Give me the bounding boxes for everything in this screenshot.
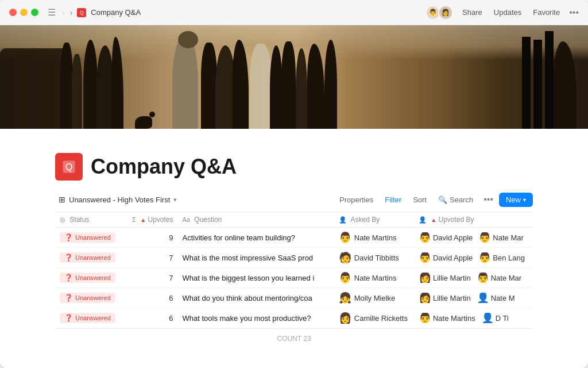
upvoted-avatar: 👨	[478, 232, 491, 243]
search-button[interactable]: 🔍 Search	[434, 193, 478, 206]
asked-by-cell: 👨Nate Martins	[334, 228, 414, 248]
count-bar: COUNT 23	[55, 328, 533, 348]
status-cell: ❓Unanswered	[55, 308, 127, 328]
close-button[interactable]	[9, 9, 17, 16]
asked-by-name: David Tibbitts	[354, 254, 399, 262]
new-button[interactable]: New ▾	[499, 193, 533, 207]
upvoted-avatar: 👤	[477, 293, 489, 303]
view-chevron-icon: ▾	[173, 196, 177, 204]
table-row[interactable]: ❓Unanswered6What tools make you most pro…	[55, 308, 533, 328]
asked-by-name: Molly Mielke	[354, 294, 396, 302]
upvoted-by-list: 👩Lillie Martin👤Nate M	[419, 293, 528, 303]
question-column-header: Aa Question	[178, 212, 334, 228]
question-icon: ❓	[64, 254, 73, 262]
filter-button[interactable]: Filter	[380, 193, 406, 206]
upvote-number: 7	[169, 254, 173, 262]
status-badge: ❓Unanswered	[60, 232, 115, 243]
properties-button[interactable]: Properties	[335, 193, 378, 206]
upvoted-person: 👩Lillie Martin	[419, 293, 471, 303]
new-label: New	[506, 195, 521, 204]
table-row[interactable]: ❓Unanswered9Activities for online team b…	[55, 228, 533, 248]
question-cell[interactable]: What tools make you most productive?	[178, 308, 334, 328]
back-button[interactable]: ‹	[63, 8, 65, 17]
asked-by-col-icon: 👤	[339, 216, 347, 223]
minimize-button[interactable]	[20, 9, 28, 16]
upvoted-name: David Apple	[433, 254, 473, 262]
status-cell: ❓Unanswered	[55, 248, 127, 268]
upvoted-avatar: 👨	[419, 252, 431, 263]
upvoted-person: 👤Nate M	[477, 293, 515, 303]
forward-button[interactable]: ›	[70, 8, 73, 17]
view-selector[interactable]: ⊞ Unanswered - High Votes First ▾	[55, 193, 180, 206]
upvote-number: 7	[169, 274, 173, 282]
upvoted-by-list: 👩Lillie Martin👨Nate Mar	[419, 273, 528, 283]
count-label: COUNT	[277, 335, 301, 343]
status-cell: ❓Unanswered	[55, 268, 127, 288]
favorite-button[interactable]: Favorite	[531, 7, 562, 18]
search-label: Search	[450, 195, 473, 204]
asked-by-column-header: 👤 Asked By	[334, 212, 414, 228]
asked-by-avatar: 👨	[339, 273, 351, 283]
asked-by-name: Nate Martins	[354, 274, 397, 282]
share-button[interactable]: Share	[460, 7, 485, 18]
filter-label: Filter	[385, 195, 401, 204]
question-cell[interactable]: What do you think about mentoring/coa	[178, 288, 334, 308]
new-chevron-icon: ▾	[523, 197, 526, 203]
main-content: Q Company Q&A ⊞ Unanswered - High Votes …	[0, 129, 588, 348]
questions-table: ◎ Status Σ ▲ Upvotes Aa Question 👤 As	[55, 212, 533, 328]
upvoted-avatar: 👤	[481, 313, 494, 323]
table-row[interactable]: ❓Unanswered6What do you think about ment…	[55, 288, 533, 308]
page-icon-small: Q	[77, 8, 86, 17]
upvoted-avatar: 👨	[477, 273, 489, 283]
upvoted-person: 👨Nate Mar	[477, 273, 521, 283]
upvoted-by-cell: 👨Nate Martins👤D Ti	[414, 308, 533, 328]
upvoted-name: D Ti	[496, 314, 509, 323]
asked-by-avatar: 👧	[339, 293, 351, 303]
upvotes-col-icon: Σ	[132, 216, 136, 223]
question-text: What is the most impressive SaaS prod	[183, 254, 314, 262]
traffic-lights	[9, 9, 38, 16]
question-cell[interactable]: Activities for online team building?	[178, 228, 334, 248]
upvoted-by-cell: 👨David Apple👨Nate Mar	[414, 228, 533, 248]
more-options-button[interactable]: •••	[569, 7, 579, 18]
table-row[interactable]: ❓Unanswered7What is the biggest lesson y…	[55, 268, 533, 288]
hamburger-icon[interactable]: ☰	[48, 7, 56, 18]
question-cell[interactable]: What is the biggest lesson you learned i	[178, 268, 334, 288]
upvotes-cell: 6	[127, 288, 177, 308]
maximize-button[interactable]	[31, 9, 38, 16]
cover-image	[0, 25, 588, 129]
upvotes-column-header: Σ ▲ Upvotes	[127, 212, 177, 228]
table-header: ◎ Status Σ ▲ Upvotes Aa Question 👤 As	[55, 212, 533, 228]
upvoted-by-cell: 👨David Apple👨Ben Lang	[414, 248, 533, 268]
question-text: Activities for online team building?	[183, 233, 296, 242]
upvoted-by-cell: 👩Lillie Martin👨Nate Mar	[414, 268, 533, 288]
title-bar: ☰ ‹ › Q Company Q&A 👨 👩 Share Updates Fa…	[0, 0, 588, 25]
question-cell[interactable]: What is the most impressive SaaS prod	[178, 248, 334, 268]
upvoted-by-cell: 👩Lillie Martin👤Nate M	[414, 288, 533, 308]
asked-by-avatar: 👨	[339, 232, 351, 243]
asked-by-cell: 👨Nate Martins	[334, 268, 414, 288]
page-title: Company Q&A	[91, 155, 237, 179]
search-icon: 🔍	[438, 195, 447, 204]
upvote-number: 9	[169, 233, 173, 242]
upvoted-name: Lillie Martin	[433, 274, 471, 282]
collaborator-avatars: 👨 👩	[425, 5, 453, 20]
question-icon: ❓	[64, 294, 73, 302]
upvoted-person: 👨Ben Lang	[478, 252, 525, 263]
more-toolbar-button[interactable]: •••	[480, 192, 497, 207]
sort-button[interactable]: Sort	[408, 193, 431, 206]
upvoted-avatar: 👨	[419, 232, 431, 243]
upvoted-by-sort-icon: ▲	[431, 217, 436, 223]
upvoted-name: Lillie Martin	[433, 294, 471, 302]
table-row[interactable]: ❓Unanswered7What is the most impressive …	[55, 248, 533, 268]
question-icon: ❓	[64, 314, 73, 322]
updates-button[interactable]: Updates	[492, 7, 524, 18]
upvoted-person: 👨David Apple	[419, 252, 473, 263]
upvoted-avatar: 👩	[419, 293, 431, 303]
upvoted-person: 👨Nate Mar	[478, 232, 523, 243]
status-badge: ❓Unanswered	[60, 252, 115, 263]
asked-by-person: 👨Nate Martins	[339, 232, 409, 243]
table-view-icon: ⊞	[59, 195, 65, 204]
upvoted-name: Nate Mar	[493, 233, 523, 242]
count-value: 23	[303, 335, 311, 343]
